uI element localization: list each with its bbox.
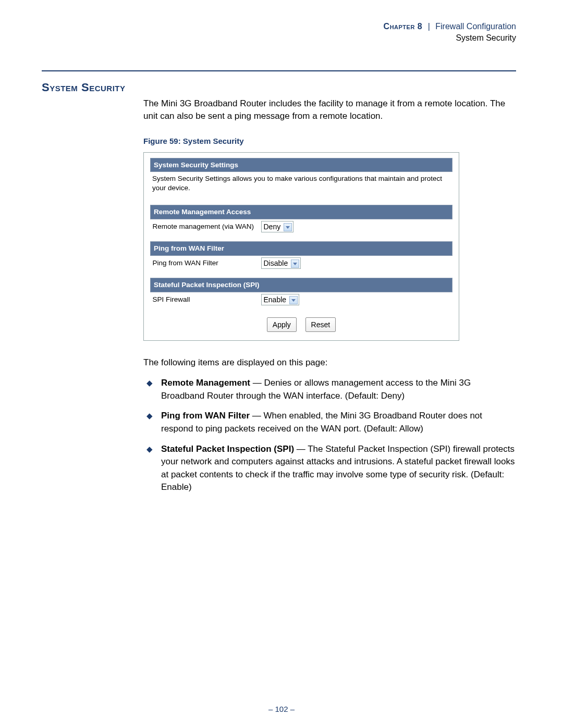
spi-value: Enable	[264, 295, 287, 304]
spi-label: SPI Firewall	[151, 292, 259, 307]
header-subsection: System Security	[456, 33, 516, 42]
list-item: Stateful Packet Inspection (SPI) — The S…	[143, 443, 516, 495]
list-item: Remote Management — Denies or allows man…	[143, 377, 516, 402]
ping-filter-table: Ping from WAN Filter Ping from WAN Filte…	[150, 241, 452, 270]
followup-text: The following items are displayed on thi…	[143, 356, 516, 369]
item-term: Ping from WAN Filter	[161, 411, 250, 421]
intro-paragraph: The Mini 3G Broadband Router includes th…	[143, 97, 516, 123]
ping-filter-label: Ping from WAN Filter	[151, 255, 259, 270]
reset-button[interactable]: Reset	[305, 317, 336, 332]
ping-filter-select[interactable]: Disable	[261, 257, 301, 269]
chapter-title: Firewall Configuration	[435, 22, 516, 31]
item-term: Remote Management	[161, 378, 250, 388]
header-separator: |	[425, 22, 433, 31]
button-row: Apply Reset	[150, 317, 452, 332]
ping-filter-value: Disable	[264, 259, 288, 267]
remote-management-table: Remote Management Access Remote manageme…	[150, 205, 452, 234]
item-term: Stateful Packet Inspection (SPI)	[161, 444, 294, 454]
spi-heading: Stateful Packet Inspection (SPI)	[151, 278, 452, 292]
chevron-down-icon	[284, 223, 292, 231]
spi-table: Stateful Packet Inspection (SPI) SPI Fir…	[150, 278, 452, 307]
body-content: The Mini 3G Broadband Router includes th…	[143, 97, 516, 494]
spi-select[interactable]: Enable	[261, 294, 299, 305]
chapter-label: Chapter 8	[384, 22, 423, 31]
remote-management-value: Deny	[264, 223, 281, 231]
settings-main-title: System Security Settings	[150, 158, 452, 172]
item-list: Remote Management — Denies or allows man…	[143, 377, 516, 494]
settings-main-desc: System Security Settings allows you to m…	[150, 172, 452, 198]
ping-filter-heading: Ping from WAN Filter	[151, 242, 452, 256]
remote-management-label: Remote management (via WAN)	[151, 219, 259, 235]
settings-screenshot: System Security Settings System Security…	[143, 152, 459, 341]
section-rule	[42, 70, 516, 71]
page: Chapter 8 | Firewall Configuration Syste…	[0, 0, 563, 728]
chevron-down-icon	[289, 296, 298, 304]
apply-button[interactable]: Apply	[267, 317, 297, 332]
chevron-down-icon	[291, 260, 299, 268]
figure-caption: Figure 59: System Security	[143, 135, 516, 147]
list-item: Ping from WAN Filter — When enabled, the…	[143, 410, 516, 435]
remote-management-select[interactable]: Deny	[261, 221, 294, 232]
remote-management-heading: Remote Management Access	[151, 205, 452, 219]
page-number: – 102 –	[0, 705, 563, 713]
page-header: Chapter 8 | Firewall Configuration Syste…	[42, 21, 516, 44]
section-title: System Security	[42, 81, 516, 94]
